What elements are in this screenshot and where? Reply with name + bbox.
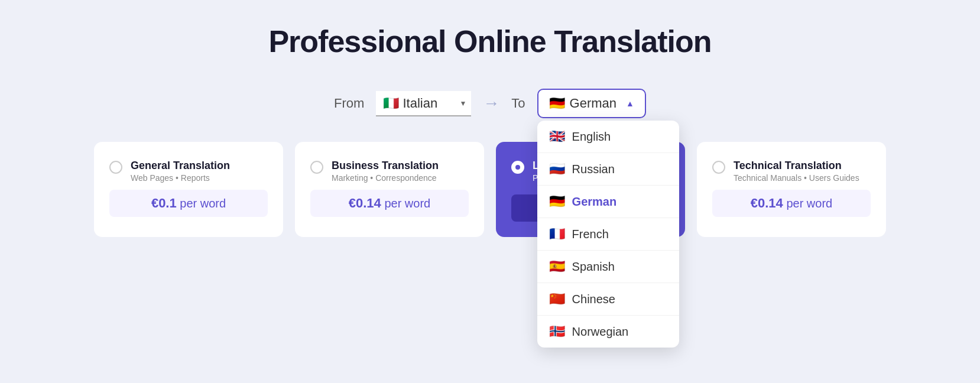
- cards-row: General Translation Web Pages • Reports …: [76, 142, 904, 237]
- flag-icon: 🇫🇷: [549, 226, 565, 242]
- card-header: Technical Translation Technical Manuals …: [712, 160, 871, 183]
- page-title: Professional Online Translation: [268, 24, 711, 59]
- language-option-label: Spanish: [572, 260, 615, 274]
- dropdown-item-russian[interactable]: 🇷🇺Russian: [537, 153, 679, 186]
- flag-icon: 🇪🇸: [549, 259, 565, 274]
- flag-icon: 🇷🇺: [549, 161, 565, 177]
- dropdown-item-chinese[interactable]: 🇨🇳Chinese: [537, 283, 679, 316]
- from-select-wrapper: 🇮🇹 Italian 🇬🇧 English 🇩🇪 German 🇫🇷 Frenc…: [376, 91, 471, 116]
- card-price-area: €0.1 per word: [109, 190, 268, 217]
- radio-button[interactable]: [511, 161, 524, 174]
- radio-button[interactable]: [310, 161, 323, 174]
- card-text: Technical Translation Technical Manuals …: [734, 160, 859, 183]
- to-language-label: German: [570, 96, 616, 111]
- language-option-label: Russian: [572, 163, 615, 176]
- radio-button[interactable]: [109, 161, 122, 174]
- to-select-wrapper: 🇩🇪 German ▲ 🇬🇧English🇷🇺Russian🇩🇪German🇫🇷…: [537, 89, 646, 118]
- from-language-select[interactable]: 🇮🇹 Italian 🇬🇧 English 🇩🇪 German 🇫🇷 Frenc…: [376, 91, 471, 116]
- card-subtitle: Web Pages • Reports: [131, 173, 230, 183]
- flag-icon: 🇨🇳: [549, 291, 565, 307]
- card-general[interactable]: General Translation Web Pages • Reports …: [94, 142, 283, 237]
- to-label: To: [511, 96, 525, 111]
- dropdown-item-english[interactable]: 🇬🇧English: [537, 121, 679, 153]
- language-option-label: German: [572, 195, 617, 209]
- flag-icon: 🇩🇪: [549, 194, 565, 209]
- card-title: General Translation: [131, 160, 230, 172]
- card-price: €0.1 per word: [151, 197, 226, 210]
- dropdown-item-spanish[interactable]: 🇪🇸Spanish: [537, 251, 679, 283]
- card-title: Business Translation: [332, 160, 439, 172]
- language-option-label: French: [572, 228, 609, 241]
- flag-icon: 🇬🇧: [549, 129, 565, 144]
- card-title: Technical Translation: [734, 160, 859, 172]
- dropdown-item-norwegian[interactable]: 🇳🇴Norwegian: [537, 316, 679, 348]
- card-header: General Translation Web Pages • Reports: [109, 160, 268, 183]
- card-technical[interactable]: Technical Translation Technical Manuals …: [697, 142, 886, 237]
- to-select-up-arrow-icon: ▲: [626, 99, 634, 108]
- card-business[interactable]: Business Translation Marketing • Corresp…: [295, 142, 484, 237]
- dropdown-item-french[interactable]: 🇫🇷French: [537, 218, 679, 251]
- card-price-area: €0.14 per word: [310, 190, 469, 217]
- to-flag: 🇩🇪: [549, 96, 565, 111]
- to-language-button[interactable]: 🇩🇪 German ▲: [537, 89, 646, 118]
- card-subtitle: Technical Manuals • Users Guides: [734, 173, 859, 183]
- controls-row: From 🇮🇹 Italian 🇬🇧 English 🇩🇪 German 🇫🇷 …: [334, 89, 646, 118]
- from-label: From: [334, 96, 364, 111]
- direction-arrow-icon: →: [483, 94, 499, 113]
- card-header: Business Translation Marketing • Corresp…: [310, 160, 469, 183]
- card-price: €0.14 per word: [349, 197, 430, 210]
- dropdown-item-german[interactable]: 🇩🇪German: [537, 186, 679, 218]
- card-price-area: €0.14 per word: [712, 190, 871, 217]
- radio-button[interactable]: [712, 161, 725, 174]
- language-option-label: Norwegian: [572, 325, 629, 339]
- card-price: €0.14 per word: [751, 197, 832, 210]
- language-option-label: English: [572, 130, 611, 144]
- language-option-label: Chinese: [572, 293, 615, 306]
- language-dropdown: 🇬🇧English🇷🇺Russian🇩🇪German🇫🇷French🇪🇸Span…: [537, 121, 679, 348]
- card-subtitle: Marketing • Correspondence: [332, 173, 439, 183]
- card-text: General Translation Web Pages • Reports: [131, 160, 230, 183]
- card-text: Business Translation Marketing • Corresp…: [332, 160, 439, 183]
- flag-icon: 🇳🇴: [549, 324, 565, 339]
